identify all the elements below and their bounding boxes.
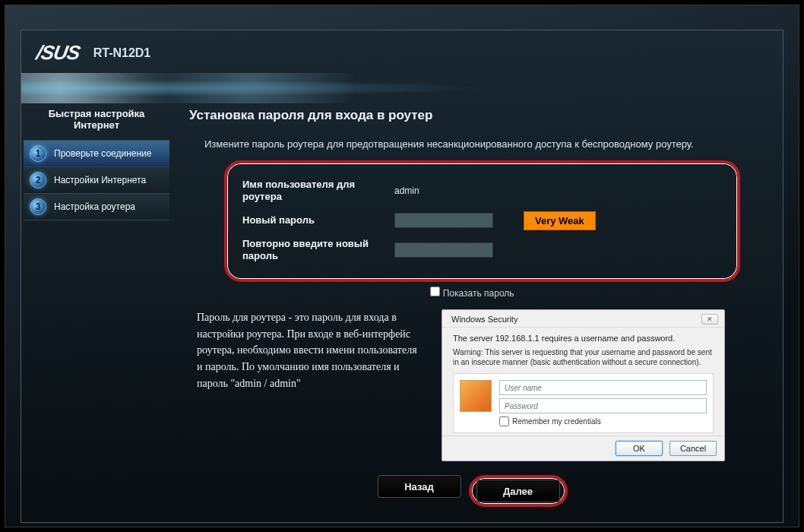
step-label: Настройки Интернета [54,175,146,186]
step-number-icon: 3 [30,198,46,215]
step-number-icon: 1 [30,145,46,162]
password-form-highlight: Имя пользователя для роутера admin Новый… [224,160,740,282]
sidebar: Быстрая настройка Интернет 1 Проверьте с… [21,103,169,522]
main-content: Установка пароля для входа в роутер Изме… [169,103,783,522]
close-icon: ✕ [701,314,718,325]
sidebar-step-router-setup[interactable]: 3 Настройка роутера [24,193,169,220]
show-password-row: Показать пароль [189,287,755,299]
dialog-remember-checkbox [499,416,509,426]
username-label: Имя пользователя для роутера [242,179,394,204]
retype-password-input[interactable] [394,242,493,258]
dialog-ok-button: OK [616,441,663,456]
dialog-cancel-button: Cancel [669,441,717,456]
page-title: Установка пароля для входа в роутер [189,103,755,134]
step-number-icon: 2 [30,172,46,188]
decor-glow [21,73,783,103]
panel: /SUS RT-N12D1 Быстрая настройка Интернет… [21,30,783,523]
windows-security-dialog-illustration: Windows Security ✕ The server 192.168.1.… [442,309,725,461]
step-label: Настройка роутера [54,201,135,213]
model-name: RT-N12D1 [93,46,151,60]
username-value: admin [394,185,419,196]
dialog-warning: Warning: This server is requesting that … [453,347,714,367]
next-button-highlight: Далее [469,475,568,507]
show-password-checkbox[interactable] [430,287,440,296]
password-strength-badge: Very Weak [524,211,596,230]
new-password-input[interactable] [394,213,493,228]
header: /SUS RT-N12D1 [21,30,783,73]
dialog-remember-row: Remember my credentials [499,416,707,426]
back-button[interactable]: Назад [378,475,461,498]
sidebar-step-check-connection[interactable]: 1 Проверьте соединение [24,140,169,167]
instruction-text: Измените пароль роутера для предотвращен… [204,138,755,150]
dialog-password-input [499,398,707,413]
app-frame: /SUS RT-N12D1 Быстрая настройка Интернет… [5,5,799,527]
next-button[interactable]: Далее [476,480,560,502]
description-text: Пароль для роутера - это пароль для вход… [197,309,425,461]
step-label: Проверьте соединение [54,148,151,160]
dialog-title: Windows Security [451,315,518,324]
dialog-remember-label: Remember my credentials [512,417,601,426]
sidebar-step-internet-settings[interactable]: 2 Настройки Интернета [24,166,169,194]
new-password-label: Новый пароль [242,214,394,226]
sidebar-title: Быстрая настройка Интернет [24,103,169,140]
brand-logo: /SUS [34,41,81,65]
retype-password-label: Повторно введите новый пароль [242,238,394,263]
dialog-server-line: The server 192.168.1.1 requires a userna… [453,334,714,343]
nav-buttons: Назад Далее [189,475,755,507]
show-password-label: Показать пароль [443,288,514,299]
avatar-icon [460,380,492,412]
dialog-username-input [499,380,707,395]
